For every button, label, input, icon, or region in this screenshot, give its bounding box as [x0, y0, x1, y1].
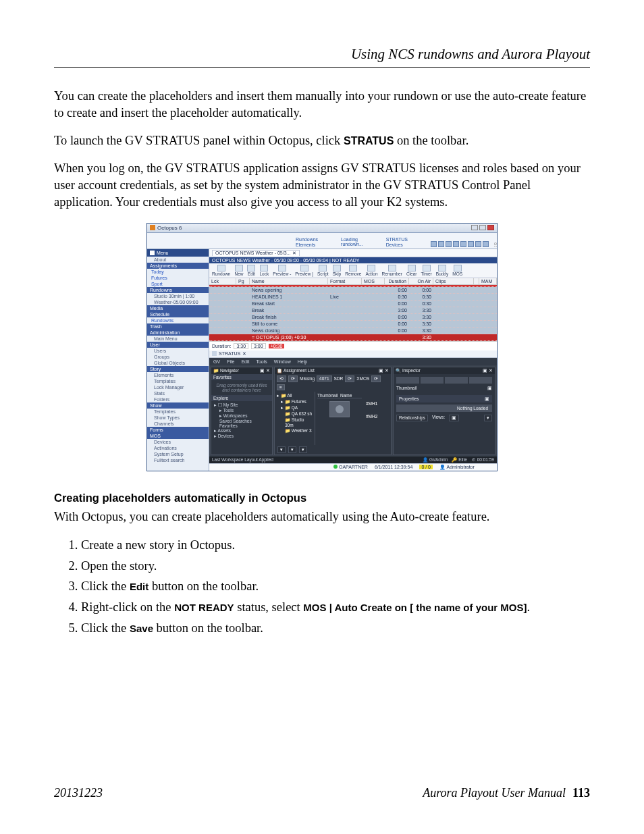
remove-button[interactable]: Remove — [345, 265, 361, 276]
toolbar-elements[interactable]: Elements — [296, 242, 318, 247]
timer-button[interactable]: Timer — [421, 265, 431, 276]
sidebar-item[interactable]: Global Objects — [147, 360, 209, 366]
rundown-tab[interactable]: OCTOPUS NEWS Weather - 05/3...✕ — [212, 250, 300, 256]
tree-item[interactable]: ▸ Tools — [214, 408, 269, 413]
sidebar-category[interactable]: Rundowns — [147, 287, 209, 293]
asg-tool-icon[interactable]: ⟲ — [277, 375, 286, 382]
list-item[interactable]: #MH1 — [366, 401, 389, 406]
panel-close-icon[interactable]: ▣ ✕ — [260, 368, 270, 373]
panel-close-icon[interactable]: ▣ ✕ — [483, 368, 493, 373]
menu-edit[interactable]: Edit — [241, 359, 249, 364]
asg-button[interactable]: ▾ — [288, 446, 296, 453]
toolbar-icon[interactable] — [438, 241, 444, 247]
tree-item[interactable]: 📁 QA 632 sh — [277, 411, 313, 417]
menu-gv[interactable]: GV — [213, 359, 220, 364]
asg-tool-icon[interactable]: ⟳ — [288, 375, 298, 382]
table-row[interactable]: Break start0:000:30 — [209, 301, 497, 307]
insp-transport-button[interactable] — [421, 377, 444, 384]
tree-item[interactable]: ▸ 📁 QA — [277, 405, 313, 411]
sidebar-category[interactable]: Trash — [147, 323, 209, 330]
sidebar-item[interactable]: Templates — [147, 409, 209, 415]
sdr-icon[interactable]: ⟳ — [345, 375, 354, 382]
list-view-icon[interactable]: ≡ — [277, 384, 285, 390]
stratus-tab[interactable]: STRATUS✕ — [209, 350, 497, 358]
menu-window[interactable]: Window — [274, 359, 291, 364]
toolbar-icon[interactable] — [431, 241, 437, 247]
tree-item[interactable]: ▸ ☐ My Site — [214, 402, 269, 408]
tree-item[interactable]: 📁 Studio 30m — [277, 417, 313, 427]
relationships-button[interactable]: Relationships — [396, 415, 428, 421]
favorites-header[interactable]: Favorites — [211, 374, 272, 380]
sidebar-item[interactable]: Templates — [147, 378, 209, 384]
menu-help[interactable]: Help — [298, 359, 307, 364]
buddy-button[interactable]: Buddy — [436, 265, 448, 276]
menu-file[interactable]: File — [227, 359, 234, 364]
sidebar-item[interactable]: Users — [147, 348, 209, 354]
panel-close-icon[interactable]: ▣ ✕ — [379, 368, 389, 373]
script-button[interactable]: Script — [317, 265, 329, 276]
renumber-button[interactable]: Renumber — [382, 265, 402, 276]
sidebar-category[interactable]: Assignments — [147, 263, 209, 269]
table-row[interactable]: News opening0:000:00 — [209, 287, 497, 294]
table-row[interactable]: Still to come0:003:30 — [209, 321, 497, 328]
sidebar-category[interactable]: User — [147, 342, 209, 348]
rundown-button[interactable]: Rundown — [212, 265, 230, 276]
xmos-icon[interactable]: ⟳ — [371, 375, 381, 382]
tree-item[interactable]: ▸ Assets — [214, 428, 269, 434]
sidebar-item[interactable]: Folders — [147, 396, 209, 402]
sidebar-item[interactable]: Fulltext search — [147, 457, 209, 463]
list-item[interactable]: #MH2 — [366, 414, 389, 419]
tree-item[interactable]: ▸ 📁 All — [277, 393, 313, 398]
tab-close-icon[interactable]: ✕ — [292, 251, 296, 256]
clear-button[interactable]: Clear — [406, 265, 417, 276]
table-row[interactable]: Break finish0:003:30 — [209, 314, 497, 321]
toolbar-icon[interactable] — [453, 241, 459, 247]
sidebar-item[interactable]: Elements — [147, 372, 209, 378]
sidebar-category[interactable]: Show — [147, 402, 209, 409]
lock-button[interactable]: Lock — [259, 265, 269, 276]
tree-item[interactable]: Saved Searches — [214, 419, 269, 423]
skip-button[interactable]: Skip — [333, 265, 342, 276]
explore-header[interactable]: Explore — [211, 395, 272, 401]
sidebar-item[interactable]: Show Types — [147, 415, 209, 421]
table-row[interactable]: Break3:003:30 — [209, 307, 497, 314]
tree-item[interactable]: ▸ Workspaces — [214, 413, 269, 419]
sidebar-item[interactable]: Rundowns — [147, 317, 209, 323]
tree-item[interactable]: 📁 Weather 3 — [277, 428, 313, 434]
tab-close-icon[interactable]: ✕ — [242, 351, 246, 357]
minimize-button[interactable] — [471, 225, 478, 230]
close-button[interactable] — [487, 225, 494, 230]
sidebar-item[interactable]: Groups — [147, 354, 209, 360]
asg-button[interactable]: ▾ — [277, 446, 286, 453]
tree-item[interactable]: ▸ 📁 Futures — [277, 399, 313, 405]
sidebar-category[interactable]: Forms — [147, 427, 209, 433]
sidebar-item[interactable]: System Setup — [147, 451, 209, 457]
insp-more-icon[interactable]: ▾ — [484, 415, 492, 421]
maximize-button[interactable] — [479, 225, 486, 230]
tree-item[interactable]: Favorites — [214, 423, 269, 428]
insp-transport-button[interactable] — [445, 377, 468, 384]
sidebar-category[interactable]: MOS — [147, 433, 209, 439]
sidebar-item[interactable]: Futures — [147, 275, 209, 281]
sidebar-item[interactable]: Today — [147, 269, 209, 275]
toolbar-icon[interactable] — [468, 241, 474, 247]
toolbar-stratus[interactable]: STRATUS — [386, 237, 408, 242]
sidebar-item[interactable]: Main Menu — [147, 336, 209, 342]
toolbar-icon[interactable] — [446, 241, 452, 247]
mos-button[interactable]: MOS — [452, 265, 462, 276]
sidebar-category[interactable]: Schedule — [147, 311, 209, 317]
thumbnail-placeholder[interactable] — [329, 401, 350, 417]
sidebar-item[interactable]: About — [147, 257, 209, 263]
preview-bar-button[interactable]: Preview | — [295, 265, 313, 276]
menu-tools[interactable]: Tools — [256, 359, 267, 364]
toolbar-icon[interactable] — [460, 241, 466, 247]
expand-icon[interactable]: ▣ — [487, 386, 492, 391]
new-button[interactable]: New — [234, 265, 243, 276]
sidebar-category[interactable]: Administration — [147, 330, 209, 336]
toolbar-icon[interactable] — [483, 241, 489, 247]
edit-button[interactable]: Edit — [247, 265, 255, 276]
sidebar-category[interactable]: Story — [147, 366, 209, 372]
toolbar-icon[interactable] — [475, 241, 481, 247]
sidebar-item[interactable]: Sport — [147, 281, 209, 287]
insp-transport-button[interactable] — [469, 377, 492, 384]
